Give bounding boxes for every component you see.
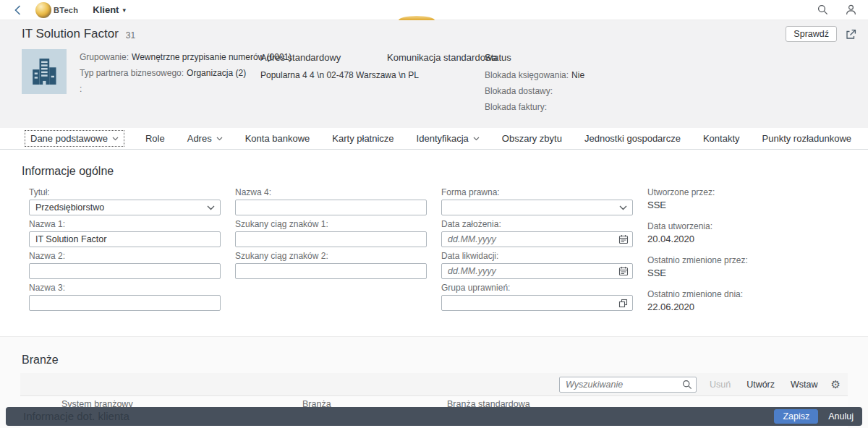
- avatar: [22, 49, 67, 94]
- logo-watermark: [399, 16, 435, 20]
- insert-button[interactable]: Wstaw: [788, 378, 821, 391]
- form-column-4: Utworzone przez: SSE Data utworzenia: 20…: [647, 187, 850, 323]
- save-button[interactable]: Zapisz: [774, 409, 818, 424]
- data-likwidacji-label: Data likwidacji:: [441, 251, 633, 261]
- data-zalozenia-input[interactable]: [441, 231, 633, 247]
- footer-bar: Informacje dot. klienta Zapisz Anuluj: [6, 407, 862, 426]
- utworzone-przez-label: Utworzone przez:: [647, 187, 850, 197]
- status-row-label: Blokada dostawy:: [485, 86, 553, 96]
- partner-type-label: Typ partnera biznesowego:: [80, 68, 184, 78]
- nazwa2-label: Nazwa 2:: [29, 251, 221, 261]
- search-input[interactable]: [559, 377, 697, 393]
- chevron-down-icon: [473, 137, 480, 141]
- form-column-2: Nazwa 4: Szukany ciąg znaków 1: Szukany …: [235, 187, 427, 323]
- tab-kontakty[interactable]: Kontakty: [702, 131, 741, 146]
- cancel-button[interactable]: Anuluj: [828, 411, 854, 421]
- forma-prawna-label: Forma prawna:: [441, 187, 633, 197]
- tab-jednostki-gospodarcze[interactable]: Jednostki gospodarcze: [583, 131, 682, 146]
- field-zmienione-przez: Ostatnio zmienione przez: SSE: [647, 255, 850, 278]
- address-value: Popularna 4 4 \n 02-478 Warszawa \n PL: [260, 70, 387, 80]
- nazwa1-input[interactable]: [29, 231, 221, 247]
- field-utworzone-przez: Utworzone przez: SSE: [647, 187, 850, 210]
- user-profile-icon[interactable]: [846, 4, 856, 15]
- header-facet-general: Grupowanie:Wewnętrzne przypisanie numeró…: [80, 49, 260, 118]
- field-nazwa3: Nazwa 3:: [29, 283, 221, 311]
- app-title: Klient: [93, 4, 119, 15]
- field-grupa-uprawnien: Grupa uprawnień:: [441, 283, 633, 311]
- chevron-left-icon: [14, 5, 21, 15]
- chevron-down-icon[interactable]: [614, 200, 632, 215]
- nazwa4-input[interactable]: [235, 200, 427, 215]
- address-facet-title: Adres standardowy: [260, 52, 387, 63]
- data-utworzenia-value: 20.04.2020: [647, 234, 850, 244]
- object-header: IT Solution Factor 31 Sprawdź: [0, 20, 868, 128]
- nazwa2-input[interactable]: [29, 263, 221, 279]
- empty-attribute-colon: :: [80, 84, 82, 94]
- tab-punkty-rozladunkowe[interactable]: Punkty rozładunkowe: [761, 131, 854, 146]
- tab-identyfikacja[interactable]: Identyfikacja: [415, 131, 481, 146]
- create-button[interactable]: Utwórz: [744, 378, 778, 391]
- btech-logo: BTech: [35, 2, 78, 18]
- data-likwidacji-input[interactable]: [441, 263, 633, 279]
- field-data-zalozenia: Data założenia:: [441, 219, 633, 247]
- status-row-label: Blokada faktury:: [485, 102, 547, 112]
- field-szukany1: Szukany ciąg znaków 1:: [235, 219, 427, 247]
- shell-bar: BTech Klient ▾: [0, 0, 868, 20]
- zmienione-dnia-value: 22.06.2020: [647, 301, 850, 312]
- data-utworzenia-label: Data utworzenia:: [647, 221, 850, 231]
- field-zmienione-dnia: Ostatnio zmienione dnia: 22.06.2020: [647, 289, 850, 312]
- share-icon[interactable]: [846, 29, 856, 40]
- tab-adres[interactable]: Adres: [186, 131, 224, 146]
- app-window: BTech Klient ▾ IT Solution Factor 31 Spr…: [0, 0, 868, 428]
- section-title-industries: Branże: [20, 354, 848, 367]
- szukany2-input[interactable]: [235, 263, 427, 279]
- dimmed-section-title: Informacje dot. klienta: [23, 410, 129, 422]
- utworzone-przez-value: SSE: [647, 200, 850, 210]
- page-title: IT Solution Factor: [22, 27, 119, 41]
- field-nazwa4: Nazwa 4:: [235, 187, 427, 215]
- calendar-icon[interactable]: [614, 264, 632, 278]
- header-facet-communication: Komunikacja standardowa: [387, 49, 485, 118]
- data-zalozenia-label: Data założenia:: [441, 219, 633, 229]
- tytul-select[interactable]: [29, 200, 221, 215]
- grupa-uprawnien-input[interactable]: [441, 295, 633, 311]
- section-title-general: Informacje ogólne: [22, 165, 868, 178]
- value-help-icon[interactable]: [614, 296, 632, 310]
- caret-down-icon: ▾: [122, 7, 126, 14]
- calendar-icon[interactable]: [614, 232, 632, 247]
- forma-prawna-select[interactable]: [441, 200, 633, 215]
- szukany1-input[interactable]: [235, 231, 427, 247]
- status-row-label: Blokada księgowania:: [485, 70, 569, 80]
- app-title-menu[interactable]: Klient ▾: [93, 4, 126, 15]
- zmienione-przez-label: Ostatnio zmienione przez:: [647, 255, 850, 265]
- grouping-label: Grupowanie:: [80, 52, 129, 62]
- form-column-1: Tytuł: Nazwa 1: Nazwa 2: Nazwa 3:: [29, 187, 221, 323]
- nazwa3-input[interactable]: [29, 295, 221, 311]
- partner-type-value: Organizacja (2): [187, 68, 246, 78]
- field-nazwa1: Nazwa 1:: [29, 219, 221, 247]
- tab-konta-bankowe[interactable]: Konta bankowe: [244, 131, 312, 146]
- tab-karty-platnicze[interactable]: Karty płatnicze: [331, 131, 395, 146]
- header-facet-status: Status Blokada księgowania:Nie Blokada d…: [485, 49, 584, 118]
- back-button[interactable]: [10, 5, 25, 15]
- check-button[interactable]: Sprawdź: [786, 26, 837, 42]
- chevron-down-icon: [216, 137, 223, 141]
- search-icon[interactable]: [679, 377, 695, 392]
- field-nazwa2: Nazwa 2:: [29, 251, 221, 279]
- tab-bar: Dane podstawowe Role Adres Konta bankowe…: [0, 128, 868, 150]
- gear-icon[interactable]: ⚙: [831, 379, 841, 390]
- field-szukany2: Szukany ciąg znaków 2:: [235, 251, 427, 279]
- tab-obszary-zbytu[interactable]: Obszary zbytu: [501, 131, 563, 146]
- tab-role[interactable]: Role: [144, 131, 166, 146]
- chevron-down-icon[interactable]: [202, 200, 220, 215]
- table-toolbar: Usuń Utwórz Wstaw ⚙: [20, 373, 848, 395]
- szukany2-label: Szukany ciąg znaków 2:: [235, 251, 427, 261]
- tytul-label: Tytuł:: [29, 187, 221, 197]
- status-row-value: Nie: [571, 70, 584, 80]
- search-icon[interactable]: [817, 4, 828, 15]
- delete-button[interactable]: Usuń: [707, 378, 733, 391]
- nazwa4-label: Nazwa 4:: [235, 187, 427, 197]
- partner-id: 31: [126, 30, 135, 40]
- communication-facet-title: Komunikacja standardowa: [387, 52, 485, 63]
- tab-dane-podstawowe[interactable]: Dane podstawowe: [25, 130, 124, 147]
